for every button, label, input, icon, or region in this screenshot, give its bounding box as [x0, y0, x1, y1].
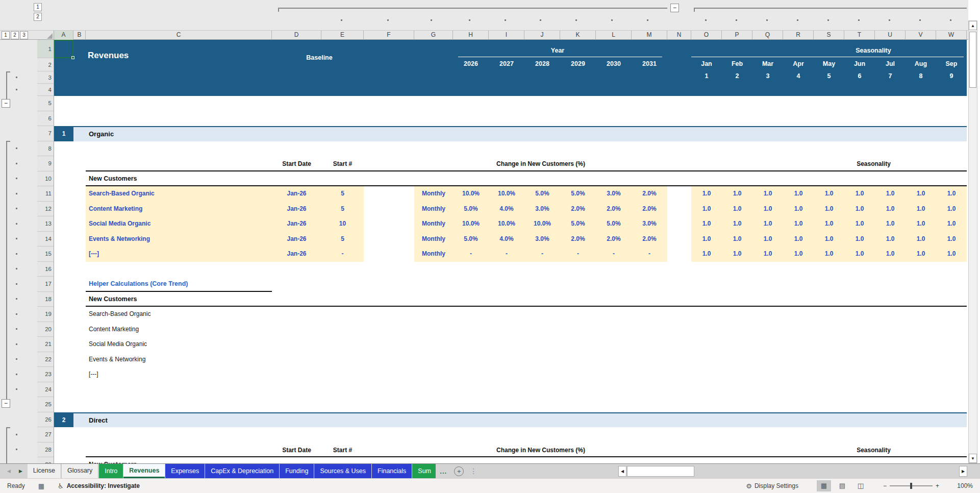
start-num-cell[interactable]: 5: [321, 186, 364, 202]
tab-financials[interactable]: Financials: [372, 464, 412, 478]
frequency-cell[interactable]: Monthly: [414, 216, 453, 232]
active-cell-selection[interactable]: [54, 40, 73, 58]
tab-intro[interactable]: Intro: [99, 464, 123, 478]
helper-item[interactable]: Events & Networking: [86, 352, 272, 367]
start-num-cell[interactable]: -: [321, 246, 364, 262]
accessibility-status[interactable]: Accessibility: Investigate: [67, 482, 140, 489]
group-label[interactable]: New Customers: [86, 457, 137, 463]
month-number-headers[interactable]: 12345 6789: [691, 72, 967, 80]
tab-capex-depreciation[interactable]: CapEx & Depreciation: [205, 464, 279, 478]
row-name-cell[interactable]: [---]: [86, 246, 272, 262]
seasonality-cells[interactable]: 1.01.01.01.01.0 1.01.01.01.0: [691, 202, 967, 217]
add-sheet-button[interactable]: +: [454, 466, 464, 476]
seasonality-table-header[interactable]: Seasonality: [691, 442, 967, 457]
section-banner-direct[interactable]: 2 Direct: [54, 412, 967, 428]
view-normal-icon[interactable]: ▦: [817, 480, 831, 491]
view-page-break-icon[interactable]: ◫: [853, 480, 868, 491]
display-settings-button[interactable]: ⚙ Display Settings: [746, 482, 798, 490]
tab-glossary[interactable]: Glossary: [62, 464, 98, 478]
change-cells[interactable]: ------: [453, 246, 667, 262]
empty-row[interactable]: [54, 382, 967, 398]
seasonality-cells[interactable]: 1.01.01.01.01.0 1.01.01.01.0: [691, 246, 967, 262]
tab-summary-truncated[interactable]: Sum: [412, 464, 436, 478]
tab-scroll-prev-icon[interactable]: ◀: [7, 469, 11, 474]
frequency-cell[interactable]: Monthly: [414, 232, 453, 247]
fill-handle[interactable]: [71, 56, 74, 59]
start-num-cell[interactable]: 5: [321, 232, 364, 247]
macro-record-icon[interactable]: ▦: [38, 482, 44, 490]
zoom-level[interactable]: 100%: [950, 482, 973, 489]
seasonality-cells[interactable]: 1.01.01.01.01.0 1.01.01.01.0: [691, 216, 967, 232]
row-outline-level-2-button[interactable]: 2: [11, 31, 19, 39]
row-outline-level-3-button[interactable]: 3: [20, 31, 28, 39]
vertical-scrollbar[interactable]: ▲ ▼: [968, 20, 977, 463]
start-date-header[interactable]: Start Date: [272, 442, 321, 457]
helper-item[interactable]: Social Media Organic: [86, 337, 272, 352]
row-group-collapse-button-1[interactable]: −: [2, 99, 10, 108]
scroll-right-icon[interactable]: ▶: [959, 466, 967, 477]
column-letters[interactable]: ABCD EFG HIJKLM N OPQRS TUVW: [54, 31, 967, 40]
row-headers[interactable]: 1234 56789 1011121314 1516171819 2021222…: [37, 40, 54, 463]
helper-title[interactable]: Helper Calculations (Core Trend): [86, 277, 272, 292]
year-label[interactable]: Year: [507, 47, 609, 54]
col-outline-level-2-button[interactable]: 2: [34, 13, 42, 21]
group-label[interactable]: New Customers: [86, 171, 137, 186]
empty-row[interactable]: [54, 141, 967, 157]
col-outline-level-1-button[interactable]: 1: [34, 3, 42, 11]
helper-item[interactable]: Content Marketing: [86, 322, 272, 337]
month-headers[interactable]: JanFebMarAprMay JunJulAugSep: [691, 60, 967, 67]
start-num-header[interactable]: Start #: [321, 442, 364, 457]
change-header[interactable]: Change in New Customers (%): [414, 442, 667, 457]
change-cells[interactable]: 10.0%10.0%10.0%5.0%5.0%3.0%: [453, 216, 667, 232]
year-headers[interactable]: 202620272028202920302031: [453, 60, 667, 67]
start-num-cell[interactable]: 5: [321, 202, 364, 217]
helper-group-label[interactable]: New Customers: [86, 292, 137, 306]
tab-expenses[interactable]: Expenses: [165, 464, 205, 478]
tab-splitter-icon[interactable]: ⋮: [470, 467, 477, 475]
zoom-out-button[interactable]: −: [883, 482, 887, 489]
tab-scroll-next-icon[interactable]: ▶: [19, 469, 22, 474]
start-num-cell[interactable]: 10: [321, 216, 364, 232]
start-date-cell[interactable]: Jan-26: [272, 202, 321, 217]
row-outline-level-1-button[interactable]: 1: [2, 31, 10, 39]
row-name-cell[interactable]: Content Marketing: [86, 202, 272, 217]
seasonality-cells[interactable]: 1.01.01.01.01.0 1.01.01.01.0: [691, 232, 967, 247]
section-title[interactable]: Direct: [89, 416, 108, 424]
empty-row[interactable]: [54, 427, 967, 442]
tab-sources-uses[interactable]: Sources & Uses: [314, 464, 371, 478]
select-all-button[interactable]: [32, 31, 54, 40]
col-group-collapse-button[interactable]: −: [670, 4, 679, 12]
baseline-label[interactable]: Baseline: [268, 54, 370, 61]
tab-revenues[interactable]: Revenues: [123, 464, 165, 478]
scroll-up-icon[interactable]: ▲: [969, 21, 977, 30]
start-date-cell[interactable]: Jan-26: [272, 216, 321, 232]
frequency-cell[interactable]: Monthly: [414, 186, 453, 202]
empty-row[interactable]: [54, 111, 967, 127]
row-name-cell[interactable]: Search-Based Organic: [86, 186, 272, 202]
change-header[interactable]: Change in New Customers (%): [414, 156, 667, 170]
scroll-left-icon[interactable]: ◀: [618, 466, 626, 477]
change-cells[interactable]: 5.0%4.0%3.0%2.0%2.0%2.0%: [453, 202, 667, 217]
empty-row[interactable]: [54, 96, 967, 111]
start-num-header[interactable]: Start #: [321, 156, 364, 170]
empty-row[interactable]: [54, 397, 967, 412]
helper-item[interactable]: [---]: [86, 367, 272, 382]
seasonality-table-header[interactable]: Seasonality: [691, 156, 967, 170]
start-date-cell[interactable]: Jan-26: [272, 232, 321, 247]
seasonality-cells[interactable]: 1.01.01.01.01.0 1.01.01.01.0: [691, 186, 967, 202]
section-number[interactable]: 2: [54, 413, 73, 428]
vertical-scrollbar-thumb[interactable]: [969, 32, 976, 88]
zoom-slider[interactable]: [890, 485, 933, 486]
view-page-layout-icon[interactable]: ▤: [835, 480, 849, 491]
empty-row[interactable]: [54, 262, 967, 277]
horizontal-scrollbar-thumb[interactable]: [627, 466, 694, 477]
frequency-cell[interactable]: Monthly: [414, 246, 453, 262]
change-cells[interactable]: 5.0%4.0%3.0%2.0%2.0%2.0%: [453, 232, 667, 247]
seasonality-label[interactable]: Seasonality: [822, 47, 924, 54]
tab-funding[interactable]: Funding: [280, 464, 314, 478]
section-banner-organic[interactable]: 1 Organic: [54, 126, 967, 141]
zoom-in-button[interactable]: +: [936, 482, 939, 489]
row-name-cell[interactable]: Social Media Organic: [86, 216, 272, 232]
zoom-slider-thumb[interactable]: [910, 483, 912, 489]
start-date-cell[interactable]: Jan-26: [272, 186, 321, 202]
